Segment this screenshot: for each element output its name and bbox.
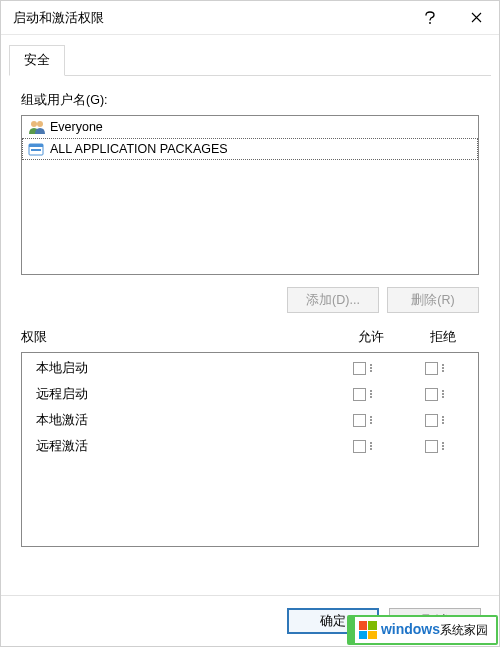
windows-logo-icon xyxy=(359,621,377,639)
list-item[interactable]: Everyone xyxy=(22,116,478,138)
table-row: 本地激活 xyxy=(22,407,478,433)
table-row: 远程启动 xyxy=(22,381,478,407)
tab-security-label: 安全 xyxy=(24,53,50,67)
group-icon xyxy=(28,118,46,136)
more-icon xyxy=(442,442,444,450)
watermark: windows系统家园 xyxy=(347,615,498,645)
watermark-brand: windows xyxy=(381,621,440,637)
more-icon xyxy=(370,442,372,450)
watermark-text: windows系统家园 xyxy=(381,621,488,639)
ok-button-label: 确定 xyxy=(320,613,346,630)
permission-name: 本地激活 xyxy=(36,412,326,429)
add-button-label: 添加(D)... xyxy=(306,292,360,309)
remove-button[interactable]: 删除(R) xyxy=(387,287,479,313)
groups-label: 组或用户名(G): xyxy=(21,92,479,109)
svg-rect-4 xyxy=(29,144,43,147)
package-icon xyxy=(28,140,46,158)
list-item-label: Everyone xyxy=(50,120,103,134)
svg-point-1 xyxy=(31,121,37,127)
permissions-header-name: 权限 xyxy=(21,329,335,346)
permissions-header-deny: 拒绝 xyxy=(407,329,479,346)
more-icon xyxy=(370,416,372,424)
groups-listbox[interactable]: Everyone ALL APPLICATION PACKAGES xyxy=(21,115,479,275)
tabstrip: 安全 xyxy=(1,35,499,76)
window-title: 启动和激活权限 xyxy=(13,9,407,27)
close-button[interactable] xyxy=(453,1,499,35)
allow-checkbox[interactable] xyxy=(353,414,366,427)
more-icon xyxy=(370,364,372,372)
more-icon xyxy=(442,416,444,424)
help-button[interactable] xyxy=(407,1,453,35)
tab-security[interactable]: 安全 xyxy=(9,45,65,76)
permissions-header-allow: 允许 xyxy=(335,329,407,346)
remove-button-label: 删除(R) xyxy=(411,292,454,309)
allow-checkbox[interactable] xyxy=(353,440,366,453)
titlebar: 启动和激活权限 xyxy=(1,1,499,35)
deny-checkbox[interactable] xyxy=(425,362,438,375)
allow-checkbox[interactable] xyxy=(353,388,366,401)
permissions-list: 本地启动 远程启动 本地激活 远程激活 xyxy=(21,352,479,547)
groups-button-row: 添加(D)... 删除(R) xyxy=(21,287,479,313)
table-row: 本地启动 xyxy=(22,355,478,381)
svg-point-2 xyxy=(37,121,43,127)
deny-checkbox[interactable] xyxy=(425,388,438,401)
list-item[interactable]: ALL APPLICATION PACKAGES xyxy=(22,138,478,160)
permission-name: 远程激活 xyxy=(36,438,326,455)
more-icon xyxy=(442,390,444,398)
svg-point-0 xyxy=(429,22,431,24)
more-icon xyxy=(370,390,372,398)
list-item-label: ALL APPLICATION PACKAGES xyxy=(50,142,228,156)
permission-name: 本地启动 xyxy=(36,360,326,377)
add-button[interactable]: 添加(D)... xyxy=(287,287,379,313)
svg-rect-5 xyxy=(31,149,41,151)
dialog-window: 启动和激活权限 安全 组或用户名(G): xyxy=(0,0,500,647)
watermark-suffix: 系统家园 xyxy=(440,623,488,637)
close-icon xyxy=(471,12,482,23)
more-icon xyxy=(442,364,444,372)
tab-content: 组或用户名(G): Everyone xyxy=(1,76,499,595)
allow-checkbox[interactable] xyxy=(353,362,366,375)
deny-checkbox[interactable] xyxy=(425,440,438,453)
table-row: 远程激活 xyxy=(22,433,478,459)
deny-checkbox[interactable] xyxy=(425,414,438,427)
help-icon xyxy=(425,11,435,25)
permissions-header: 权限 允许 拒绝 xyxy=(21,329,479,346)
permission-name: 远程启动 xyxy=(36,386,326,403)
